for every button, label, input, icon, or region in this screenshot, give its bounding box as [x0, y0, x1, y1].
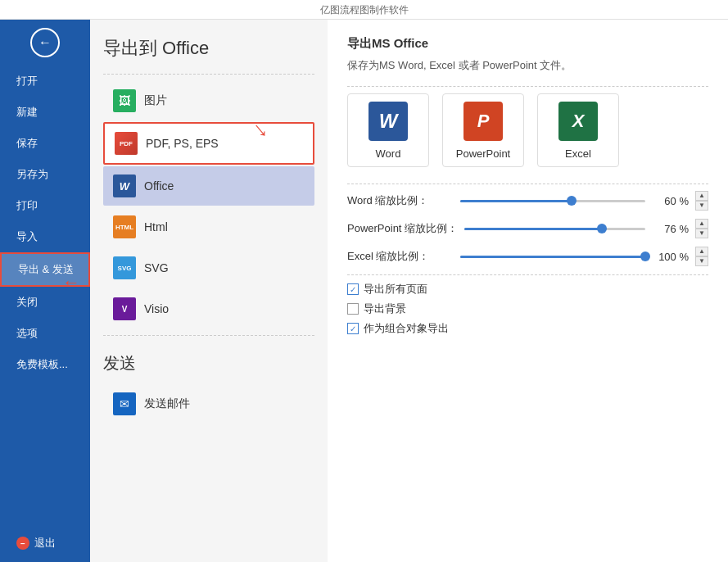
scale-slider-thumb-word-scale[interactable] — [567, 196, 577, 206]
menu-item-visio[interactable]: VVisio — [103, 289, 314, 329]
office-app-label-powerpoint: PowerPoint — [456, 147, 510, 160]
sidebar-item-export[interactable]: 导出 & 发送 — [0, 252, 90, 287]
middle-panel: 导出到 Office 🖼图片PDFPDF, PS, EPSWOfficeHTML… — [90, 20, 328, 562]
scale-spinner-ppt-scale: ▲▼ — [695, 219, 708, 238]
send-item-label-email: 发送邮件 — [144, 397, 190, 411]
checkbox-box-export-group[interactable]: ✓ — [347, 323, 359, 334]
pdf-icon: PDF — [115, 132, 138, 155]
menu-item-html[interactable]: HTMLHtml — [103, 207, 314, 247]
scale-value-excel-scale: 100 % — [652, 251, 689, 263]
sidebar-item-new[interactable]: 新建 — [0, 97, 90, 128]
scale-slider-ppt-scale[interactable] — [464, 222, 645, 235]
menu-item-label-svg: SVG — [144, 261, 169, 274]
img-icon-inner: 🖼 — [113, 89, 136, 112]
img-icon: 🖼 — [113, 89, 136, 112]
office-icons-row: WWordPPowerPointXExcel — [347, 93, 708, 167]
scale-spinner-word-scale: ▲▼ — [695, 191, 708, 211]
right-section-title: 导出MS Office — [347, 36, 708, 52]
scale-label-excel-scale: Excel 缩放比例： — [347, 249, 454, 264]
scale-row-word-scale: Word 缩放比例：60 %▲▼ — [347, 191, 708, 211]
sidebar-item-options[interactable]: 选项 — [0, 318, 90, 349]
sidebar-item-close[interactable]: 关闭 — [0, 287, 90, 318]
html-icon: HTML — [113, 215, 136, 238]
office-icon: W — [113, 174, 136, 197]
visio-icon-inner: V — [113, 297, 136, 320]
scale-spinner-up-excel-scale[interactable]: ▲ — [695, 247, 708, 256]
sidebar-item-label-new: 新建 — [16, 106, 38, 118]
sidebar-item-print[interactable]: 打印 — [0, 190, 90, 221]
separator-2 — [103, 335, 314, 336]
sidebar: ← 打开新建保存另存为打印导入导出 & 发送关闭选项免费模板... − 退出 — [0, 20, 90, 562]
scale-label-word-scale: Word 缩放比例： — [347, 193, 454, 208]
right-description: 保存为MS Word, Excel 或者 PowerPoint 文件。 — [347, 58, 708, 73]
sidebar-item-template[interactable]: 免费模板... — [0, 349, 90, 380]
sidebar-item-label-options: 选项 — [16, 327, 38, 339]
checkbox-box-export-all[interactable]: ✓ — [347, 283, 359, 295]
right-separator-2 — [347, 184, 708, 184]
exit-label: 退出 — [34, 536, 56, 551]
menu-item-office[interactable]: WOffice — [103, 166, 314, 206]
menu-item-label-picture: 图片 — [144, 93, 167, 108]
sidebar-item-exit[interactable]: − 退出 — [0, 528, 90, 562]
visio-icon: V — [113, 297, 136, 320]
scale-row-ppt-scale: PowerPoint 缩放比例：76 %▲▼ — [347, 219, 708, 238]
sidebar-item-label-close: 关闭 — [16, 296, 38, 308]
sidebar-item-import[interactable]: 导入 — [0, 221, 90, 252]
sidebar-item-saveas[interactable]: 另存为 — [0, 159, 90, 190]
checkbox-row-export-group[interactable]: ✓作为组合对象导出 — [347, 321, 708, 336]
scale-slider-thumb-ppt-scale[interactable] — [597, 224, 607, 233]
office-app-btn-powerpoint[interactable]: PPowerPoint — [442, 93, 524, 167]
checkbox-label-export-group: 作为组合对象导出 — [364, 321, 449, 336]
scale-spinner-down-excel-scale[interactable]: ▼ — [695, 256, 708, 266]
scale-value-ppt-scale: 76 % — [652, 223, 689, 235]
scale-spinner-excel-scale: ▲▼ — [695, 247, 708, 266]
back-button[interactable]: ← — [30, 28, 60, 57]
office-app-label-word: Word — [376, 147, 401, 160]
sidebar-item-save[interactable]: 保存 — [0, 128, 90, 159]
export-section-title: 导出到 Office — [103, 36, 314, 61]
checkbox-row-export-bg[interactable]: 导出背景 — [347, 301, 708, 316]
checkbox-box-export-bg[interactable] — [347, 303, 359, 315]
scale-spinner-down-ppt-scale[interactable]: ▼ — [695, 229, 708, 238]
checkbox-row-export-all[interactable]: ✓导出所有页面 — [347, 282, 708, 297]
menu-item-label-office: Office — [144, 179, 174, 193]
scale-value-word-scale: 60 % — [652, 195, 689, 207]
menu-item-picture[interactable]: 🖼图片 — [103, 81, 314, 120]
ppt-icon: P — [463, 102, 503, 141]
sidebar-item-label-export: 导出 & 发送 — [18, 263, 74, 275]
menu-item-label-html: Html — [144, 220, 168, 233]
office-app-label-excel: Excel — [565, 147, 591, 160]
menu-item-pdf[interactable]: PDFPDF, PS, EPS — [103, 122, 314, 165]
scale-rows: Word 缩放比例：60 %▲▼PowerPoint 缩放比例：76 %▲▼Ex… — [347, 191, 708, 266]
middle-menu-items: 🖼图片PDFPDF, PS, EPSWOfficeHTMLHtmlSVGSVGV… — [103, 81, 314, 329]
html-icon-inner: HTML — [113, 215, 136, 238]
scale-slider-track-word-scale — [460, 200, 645, 202]
word-icon: W — [369, 102, 408, 141]
sidebar-item-label-open: 打开 — [16, 75, 38, 87]
app-title: 亿图流程图制作软件 — [320, 4, 409, 16]
scale-spinner-up-word-scale[interactable]: ▲ — [695, 191, 708, 201]
office-app-btn-excel[interactable]: XExcel — [537, 93, 619, 167]
title-bar: 亿图流程图制作软件 — [0, 0, 728, 20]
sidebar-item-label-save: 保存 — [16, 137, 38, 149]
sidebar-item-label-template: 免费模板... — [16, 358, 68, 370]
office-app-btn-word[interactable]: WWord — [347, 93, 429, 167]
scale-slider-thumb-excel-scale[interactable] — [640, 252, 650, 261]
checkbox-label-export-all: 导出所有页面 — [364, 282, 427, 297]
sidebar-item-label-saveas: 另存为 — [16, 168, 48, 180]
scale-spinner-up-ppt-scale[interactable]: ▲ — [695, 219, 708, 229]
scale-row-excel-scale: Excel 缩放比例：100 %▲▼ — [347, 247, 708, 266]
scale-spinner-down-word-scale[interactable]: ▼ — [695, 201, 708, 211]
scale-slider-word-scale[interactable] — [460, 194, 645, 207]
separator-1 — [103, 74, 314, 75]
checkbox-check-export-all: ✓ — [350, 285, 356, 294]
excel-icon: X — [558, 102, 598, 141]
send-section-title: 发送 — [103, 352, 314, 374]
send-item-email[interactable]: ✉发送邮件 — [103, 384, 314, 424]
menu-item-svg[interactable]: SVGSVG — [103, 248, 314, 288]
exit-icon: − — [16, 537, 29, 550]
sidebar-item-open[interactable]: 打开 — [0, 66, 90, 97]
scale-slider-excel-scale[interactable] — [460, 250, 645, 263]
sidebar-item-label-print: 打印 — [16, 199, 38, 211]
sidebar-item-label-import: 导入 — [16, 230, 38, 242]
